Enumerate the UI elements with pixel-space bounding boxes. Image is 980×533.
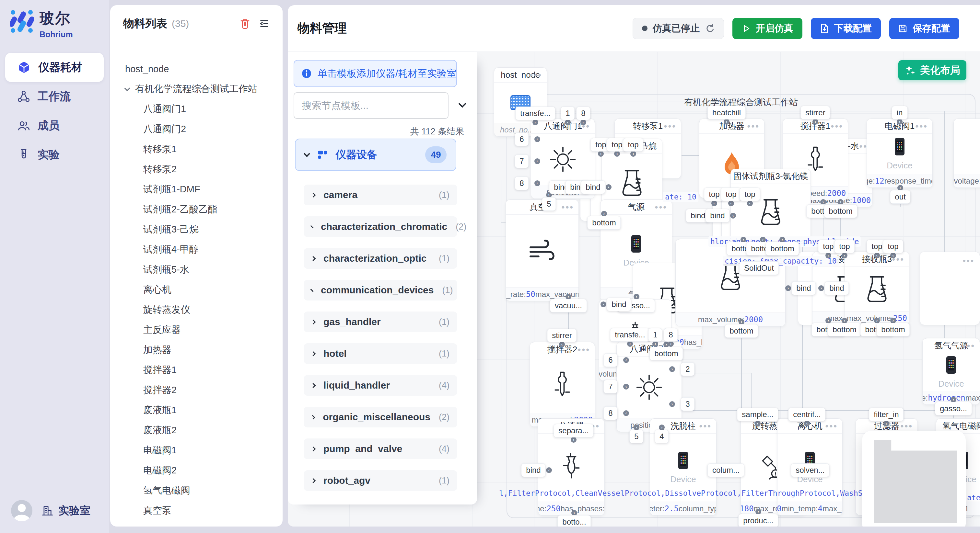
node-menu-icon[interactable]: ••• bbox=[747, 119, 760, 134]
canvas-node-h2-gas-source[interactable]: 氢气气源•••Device_type: hydrogen max_pre bbox=[922, 338, 980, 405]
sidebar-footer[interactable]: 实验室 bbox=[11, 500, 91, 521]
tree-item[interactable]: 试剂瓶1-DMF bbox=[125, 179, 283, 200]
canvas-node-receiver-3[interactable]: 接收瓶3•••max_volume: 250 bbox=[845, 252, 909, 325]
collapse-list-icon[interactable] bbox=[259, 19, 270, 29]
tree-item[interactable]: 电磁阀2 bbox=[125, 460, 283, 481]
tree-item[interactable]: 搅拌器1 bbox=[125, 360, 283, 380]
port-dot-icon[interactable]: ‹ bbox=[755, 420, 760, 427]
tree-item[interactable]: 八通阀门1 bbox=[125, 99, 283, 119]
tree-item[interactable]: 废液瓶2 bbox=[125, 420, 283, 440]
port-dot-icon[interactable]: ‹ bbox=[890, 252, 896, 259]
tree-item[interactable]: 旋转蒸发仪 bbox=[125, 300, 283, 320]
canvas-node-solenoid-2[interactable]: voltage: 12 bbox=[953, 119, 980, 188]
template-item-characterization_optic[interactable]: characterization_optic(1) bbox=[304, 248, 457, 269]
template-item-pump_and_valve[interactable]: pump_and_valve(4) bbox=[304, 438, 457, 459]
port-dot-icon[interactable]: ‹ bbox=[535, 159, 540, 164]
tree-item[interactable]: 试剂瓶2-乙酸乙酯 bbox=[125, 200, 283, 219]
node-menu-icon[interactable]: ••• bbox=[562, 200, 574, 215]
port-dot-icon[interactable]: ‹ bbox=[842, 252, 848, 259]
port-dot-icon[interactable]: ‹ bbox=[614, 151, 620, 157]
tree-item[interactable]: 搅拌器2 bbox=[125, 380, 283, 400]
canvas-node-receiver-ghost-right[interactable]: ••• bbox=[920, 252, 980, 325]
tree-item[interactable]: 真空泵 bbox=[125, 501, 283, 521]
node-menu-icon[interactable]: ••• bbox=[794, 169, 806, 184]
tree-item[interactable]: 八通阀门2 bbox=[125, 119, 283, 139]
save-config-button[interactable]: 保存配置 bbox=[889, 18, 959, 39]
template-item-hotel[interactable]: hotel(1) bbox=[304, 343, 457, 364]
node-menu-icon[interactable]: ••• bbox=[645, 139, 657, 154]
chevron-down-icon[interactable] bbox=[124, 85, 130, 91]
node-menu-icon[interactable]: ••• bbox=[915, 119, 928, 134]
port-dot-icon[interactable]: ‹ bbox=[897, 119, 902, 125]
sidebar-item-members[interactable]: 成员 bbox=[5, 111, 104, 140]
sidebar-item-cube[interactable]: 仪器耗材 bbox=[5, 53, 104, 82]
port-dot-icon[interactable]: ‹ bbox=[559, 342, 565, 347]
refresh-icon[interactable] bbox=[705, 24, 714, 33]
template-item-camera[interactable]: camera(1) bbox=[304, 185, 457, 205]
port-dot-icon[interactable]: ‹ bbox=[883, 420, 889, 427]
tree-item[interactable]: 试剂瓶5-水 bbox=[125, 260, 283, 280]
canvas-node-stirrer-2[interactable]: 搅拌器2•••max_speed: 2000 bbox=[530, 342, 595, 427]
tree-item[interactable]: 转移泵1 bbox=[125, 139, 283, 159]
template-item-characterization_chromatic[interactable]: characterization_chromatic(2) bbox=[304, 216, 457, 237]
tree-item[interactable]: 转移泵2 bbox=[125, 159, 283, 179]
tree-item[interactable]: 试剂瓶3-己烷 bbox=[125, 219, 283, 240]
template-item-organic_miscellaneous[interactable]: organic_miscellaneous(2) bbox=[304, 407, 457, 427]
port-dot-icon[interactable]: ‹ bbox=[606, 184, 611, 190]
port-dot-icon[interactable]: ‹ bbox=[623, 357, 629, 363]
port-dot-icon[interactable]: ‹ bbox=[546, 467, 552, 473]
canvas-node-vacuum-pump[interactable]: 真空泵•••pump_rate: 50 max_vacuum: 0.1 bbox=[506, 200, 579, 301]
port-dot-icon[interactable]: ‹ bbox=[730, 213, 736, 219]
port-dot-icon[interactable]: ‹ bbox=[711, 200, 717, 206]
port-dot-icon[interactable]: ‹ bbox=[804, 420, 810, 427]
tree-item[interactable]: 试剂瓶4-甲醇 bbox=[125, 240, 283, 260]
canvas-node-solid-reagent-3[interactable]: 固体试剂瓶3-氯化镁••• bbox=[730, 169, 811, 243]
template-item-gas_handler[interactable]: gas_handler(1) bbox=[304, 311, 457, 332]
port-dot-icon[interactable]: ‹ bbox=[535, 180, 540, 186]
port-dot-icon[interactable]: ‹ bbox=[581, 119, 586, 125]
canvas-node-solenoid-1[interactable]: 电磁阀1•••Devicevoltage: 12 response_time: … bbox=[867, 119, 933, 188]
sidebar-item-experiment[interactable]: 实验 bbox=[5, 140, 104, 169]
node-menu-icon[interactable]: ••• bbox=[826, 419, 838, 434]
delete-icon[interactable] bbox=[240, 18, 250, 29]
port-dot-icon[interactable]: ‹ bbox=[874, 252, 880, 259]
tree-item[interactable]: host_node bbox=[125, 59, 283, 79]
node-menu-icon[interactable]: ••• bbox=[855, 139, 867, 154]
port-dot-icon[interactable]: › bbox=[818, 285, 824, 291]
tree-item[interactable]: 有机化学流程综合测试工作站 bbox=[125, 79, 283, 99]
node-menu-icon[interactable]: ••• bbox=[530, 68, 542, 82]
port-dot-icon[interactable]: › bbox=[600, 301, 606, 307]
port-dot-icon[interactable]: ‹ bbox=[571, 437, 576, 443]
port-dot-icon[interactable]: › bbox=[669, 366, 675, 372]
simulation-status-pill[interactable]: 仿真已停止 bbox=[633, 18, 724, 39]
port-dot-icon[interactable]: ‹ bbox=[623, 384, 629, 390]
download-config-button[interactable]: 下载配置 bbox=[811, 18, 881, 39]
port-dot-icon[interactable]: ‹ bbox=[724, 119, 730, 125]
template-item-liquid_handler[interactable]: liquid_handler(4) bbox=[304, 375, 457, 396]
port-dot-icon[interactable]: ‹ bbox=[813, 119, 818, 125]
tree-item[interactable]: 离心机 bbox=[125, 280, 283, 300]
start-simulation-button[interactable]: 开启仿真 bbox=[732, 18, 802, 39]
tree-item[interactable]: 氢气电磁阀 bbox=[125, 481, 283, 501]
node-menu-icon[interactable]: ••• bbox=[578, 342, 590, 357]
search-template-input[interactable] bbox=[294, 92, 449, 119]
tree-item[interactable]: 电磁阀1 bbox=[125, 440, 283, 460]
port-dot-icon[interactable]: ‹ bbox=[652, 341, 658, 347]
port-dot-icon[interactable]: ‹ bbox=[728, 200, 734, 206]
port-dot-icon[interactable]: › bbox=[785, 285, 791, 291]
template-item-communication_devices[interactable]: communication_devices(1) bbox=[304, 280, 457, 300]
node-menu-icon[interactable]: ••• bbox=[831, 119, 843, 134]
port-dot-icon[interactable]: ‹ bbox=[565, 119, 571, 125]
port-dot-icon[interactable]: ‹ bbox=[630, 151, 636, 157]
port-dot-icon[interactable]: › bbox=[669, 401, 675, 407]
port-dot-icon[interactable]: ‹ bbox=[623, 410, 629, 416]
port-dot-icon[interactable]: ‹ bbox=[826, 252, 831, 259]
sidebar-item-workflow[interactable]: 工作流 bbox=[5, 82, 104, 111]
category-instruments[interactable]: 仪器设备 49 bbox=[295, 139, 456, 171]
beautify-layout-button[interactable]: 美化布局 bbox=[898, 60, 966, 80]
tree-item[interactable]: 加热器 bbox=[125, 340, 283, 360]
chevron-down-icon[interactable] bbox=[458, 100, 466, 108]
node-menu-icon[interactable]: ••• bbox=[699, 419, 712, 434]
tree-item[interactable]: 主反应器 bbox=[125, 320, 283, 340]
node-menu-icon[interactable]: ••• bbox=[974, 419, 980, 434]
